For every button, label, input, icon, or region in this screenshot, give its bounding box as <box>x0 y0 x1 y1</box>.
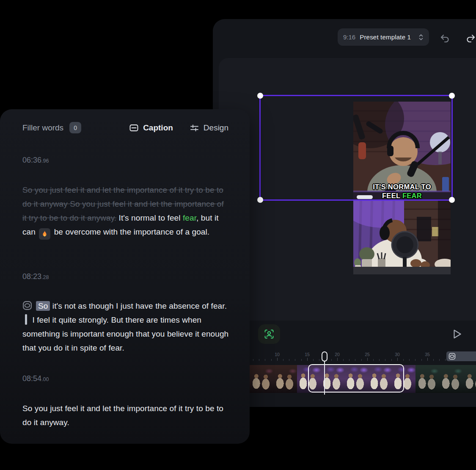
body-text: It's normal to feel <box>116 213 183 222</box>
ruler-label: 30 <box>395 352 400 357</box>
aspect-ratio-label: 9:16 <box>343 33 355 41</box>
tab-design[interactable]: Design <box>190 123 228 133</box>
aspect-template-select[interactable]: 9:16 Preset template 1 <box>338 28 429 46</box>
selected-clip-border[interactable] <box>308 364 404 393</box>
fire-emoji-icon <box>39 228 50 240</box>
tab-caption-label: Caption <box>143 123 173 133</box>
caption-icon <box>129 124 138 132</box>
body-text: be overcome with the importance of a goa… <box>52 227 209 236</box>
resize-handle-top-left[interactable] <box>257 93 263 99</box>
face-tracking-button[interactable] <box>258 324 280 344</box>
ruler-label: 20 <box>335 352 340 357</box>
ruler-label: 35 <box>425 352 430 357</box>
body-text: So you just feel it and let the importan… <box>22 404 223 427</box>
timestamp-2-frames: .28 <box>41 274 49 280</box>
timeline-thumbnail[interactable] <box>250 365 273 393</box>
timestamp-3-time: 08:54 <box>22 374 41 383</box>
text-cursor <box>25 314 27 325</box>
panel-header: Filler words 0 Caption Design <box>22 122 228 133</box>
playhead-line <box>324 361 325 395</box>
timestamp-1-frames: .96 <box>41 158 49 164</box>
play-button[interactable] <box>451 329 463 340</box>
resize-handle-bottom-left[interactable] <box>257 197 263 203</box>
transcript-panel: Filler words 0 Caption Design <box>0 109 250 444</box>
redo-button[interactable] <box>465 33 476 44</box>
timestamp-1-time: 06:36 <box>22 156 41 164</box>
timeline-thumbnail[interactable] <box>273 365 297 393</box>
tab-design-label: Design <box>204 123 228 133</box>
transcript-paragraph-1[interactable]: So you just feel it and let the importan… <box>22 183 229 240</box>
resize-handle-bottom-right[interactable] <box>449 197 455 203</box>
keyword-fear: fear <box>183 213 196 222</box>
filler-words-label: Filler words <box>22 123 63 133</box>
timestamp-2-time: 08:23 <box>22 272 41 281</box>
transcript-paragraph-3[interactable]: So you just feel it and let the importan… <box>22 401 229 429</box>
play-icon <box>451 329 462 340</box>
timestamp-1[interactable]: 06:36.96 <box>22 156 49 165</box>
sliders-icon <box>190 124 199 132</box>
template-name-label: Preset template 1 <box>360 33 411 41</box>
timeline-ruler[interactable]: 10 15 20 25 30 35 <box>250 351 446 362</box>
timestamp-2[interactable]: 08:23.28 <box>22 272 49 281</box>
transcript-paragraph-2[interactable]: So it's not as though I just have the ab… <box>22 299 229 355</box>
timeline-thumbnail[interactable] <box>415 365 439 393</box>
editor-panel: 9:16 Preset template 1 <box>213 19 476 407</box>
redo-arrow-icon <box>465 33 476 44</box>
highlighted-word[interactable]: So <box>36 301 50 311</box>
resize-handle-top-right[interactable] <box>449 93 455 99</box>
timeline-thumbnail[interactable] <box>439 365 463 393</box>
face-tracking-icon <box>264 329 274 339</box>
timestamp-3-frames: .00 <box>41 376 49 382</box>
scene-icon <box>448 353 456 360</box>
app-root: 9:16 Preset template 1 <box>0 0 476 470</box>
collapsed-track-chip[interactable] <box>446 351 476 361</box>
ruler-label: 15 <box>305 352 310 357</box>
timestamp-3[interactable]: 08:54.00 <box>22 374 49 383</box>
body-text: it's not as though I just have the absen… <box>50 301 227 310</box>
tab-caption[interactable]: Caption <box>129 123 173 133</box>
video-layer-bottom[interactable] <box>353 201 451 274</box>
ruler-label: 25 <box>365 352 370 357</box>
playhead-handle[interactable] <box>322 351 327 362</box>
scene-icon[interactable] <box>22 301 32 310</box>
undo-button[interactable] <box>439 33 450 44</box>
chevron-up-down-icon <box>418 34 424 41</box>
timeline-thumbnail[interactable] <box>463 365 476 393</box>
filler-words-count-badge: 0 <box>69 122 81 133</box>
undo-arrow-icon <box>439 33 450 44</box>
body-text: I feel it quite strongly. But there are … <box>22 315 228 352</box>
ruler-label: 10 <box>275 352 280 357</box>
selection-box[interactable] <box>259 95 453 201</box>
